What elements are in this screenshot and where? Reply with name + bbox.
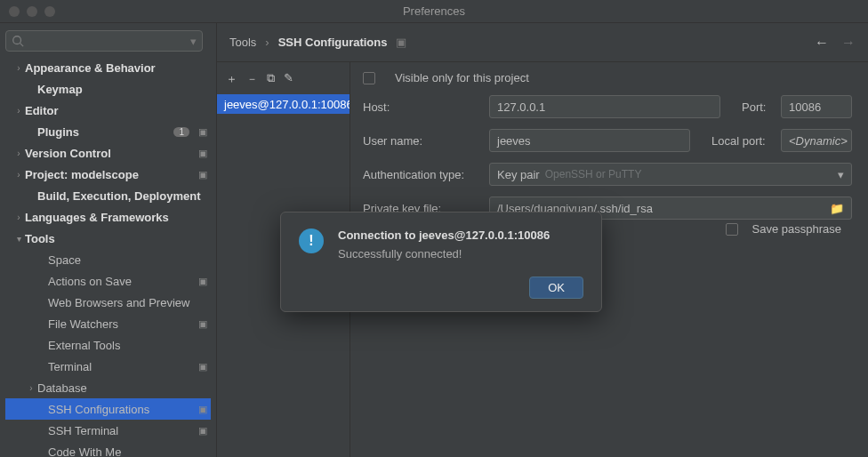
sidebar-item-label: Plugins [37,125,173,139]
sidebar-item-label: Keymap [37,83,207,96]
breadcrumb-root[interactable]: Tools [229,36,256,49]
username-label: User name: [363,134,477,148]
sidebar-item-keymap[interactable]: Keymap [5,78,211,100]
breadcrumb: Tools › SSH Configurations ▣ ← → [217,23,868,62]
sidebar: ▾ ›Appearance & BehaviorKeymap›EditorPlu… [0,23,217,457]
port-input[interactable]: 10086 [781,95,852,118]
save-passphrase-row: Save passphrase [726,222,841,236]
visible-only-label: Visible only for this project [395,71,529,84]
chevron-right-icon: › [12,106,25,116]
sidebar-item-build-execution-deployment[interactable]: Build, Execution, Deployment [5,185,211,206]
ok-button[interactable]: OK [529,277,583,299]
add-button[interactable]: ＋ [226,71,237,87]
dialog-title: Connection to jeeves@127.0.0.1:10086 [338,228,550,242]
search-caret: ▾ [190,35,197,48]
chevron-right-icon: › [12,63,25,73]
localport-input[interactable]: <Dynamic> [781,129,852,152]
host-label: Host: [363,100,477,114]
forward-button[interactable]: → [841,35,856,51]
copy-button[interactable]: ⧉ [267,71,275,87]
project-scope-icon: ▣ [193,361,207,373]
back-button[interactable]: ← [815,35,829,51]
connection-dialog: ! Connection to jeeves@127.0.0.1:10086 S… [280,212,602,312]
close-icon[interactable] [9,6,20,17]
svg-point-0 [13,36,21,44]
auth-label: Authentication type: [363,168,477,181]
edit-button[interactable]: ✎ [284,71,293,87]
chevron-down-icon: ▾ [12,234,25,244]
sidebar-item-label: Version Control [25,147,193,160]
info-icon: ! [299,228,324,253]
project-scope-icon: ▣ [193,318,207,330]
sidebar-item-web-browsers-and-preview[interactable]: Web Browsers and Preview [5,292,211,313]
project-scope-icon: ▣ [193,276,207,287]
auth-type-select[interactable]: Key pairOpenSSH or PuTTY [489,163,852,186]
host-input[interactable]: 127.0.0.1 [489,95,720,118]
sidebar-item-label: File Watchers [48,317,193,331]
remove-button[interactable]: － [246,71,258,87]
sidebar-item-space[interactable]: Space [5,249,211,270]
sidebar-item-database[interactable]: ›Database [5,377,211,398]
titlebar: Preferences [0,0,868,23]
sidebar-item-project-modelscope[interactable]: ›Project: modelscope▣ [5,164,211,185]
sidebar-item-label: Web Browsers and Preview [48,296,207,309]
sidebar-item-ssh-terminal[interactable]: SSH Terminal▣ [5,420,211,441]
sidebar-item-version-control[interactable]: ›Version Control▣ [5,142,211,164]
window-controls[interactable] [9,6,55,17]
chevron-right-icon: › [25,383,37,393]
save-passphrase-checkbox[interactable] [726,223,738,236]
sidebar-item-label: Code With Me [48,445,207,458]
list-item[interactable]: jeeves@127.0.0.1:10086 [217,94,350,114]
port-label: Port: [733,100,768,114]
sidebar-item-label: Space [48,253,207,267]
breadcrumb-current: SSH Configurations [278,36,388,49]
sidebar-item-file-watchers[interactable]: File Watchers▣ [5,313,211,334]
save-passphrase-label: Save passphrase [752,222,841,236]
svg-line-1 [20,44,24,47]
sidebar-item-label: Languages & Frameworks [25,211,207,224]
dialog-message: Successfully connected! [338,247,550,261]
chevron-right-icon: › [12,170,25,180]
window-title: Preferences [403,4,465,18]
project-scope-icon: ▣ [193,126,207,138]
sidebar-item-label: Project: modelscope [25,168,193,181]
visible-only-checkbox[interactable] [363,72,375,84]
sidebar-item-label: Editor [25,104,207,117]
sidebar-item-editor[interactable]: ›Editor [5,100,211,121]
sidebar-item-ssh-configurations[interactable]: SSH Configurations▣ [5,398,211,420]
project-scope-icon: ▣ [396,36,406,49]
badge: 1 [173,127,189,137]
sidebar-item-label: SSH Configurations [48,403,193,416]
search-input[interactable]: ▾ [5,30,203,52]
sidebar-item-label: Build, Execution, Deployment [37,189,207,203]
search-icon [12,35,24,47]
sidebar-item-label: Actions on Save [48,275,193,288]
sidebar-item-external-tools[interactable]: External Tools [5,334,211,356]
minimize-icon[interactable] [27,6,37,17]
sidebar-item-tools[interactable]: ▾Tools [5,228,211,249]
sidebar-item-actions-on-save[interactable]: Actions on Save▣ [5,270,211,292]
sidebar-item-code-with-me[interactable]: Code With Me [5,441,211,457]
chevron-right-icon: › [12,148,25,158]
localport-label: Local port: [703,134,768,148]
chevron-right-icon: › [265,36,269,49]
project-scope-icon: ▣ [193,148,207,159]
sidebar-item-plugins[interactable]: Plugins1▣ [5,121,211,142]
folder-icon[interactable]: 📁 [830,202,844,215]
sidebar-item-terminal[interactable]: Terminal▣ [5,356,211,377]
sidebar-item-label: Database [37,381,207,395]
project-scope-icon: ▣ [193,169,207,180]
sidebar-item-label: Appearance & Behavior [25,61,207,75]
maximize-icon[interactable] [44,6,55,17]
chevron-right-icon: › [12,212,25,222]
project-scope-icon: ▣ [193,404,207,415]
sidebar-item-label: External Tools [48,339,207,352]
sidebar-item-label: Tools [25,232,207,245]
sidebar-item-label: Terminal [48,360,193,373]
sidebar-item-label: SSH Terminal [48,424,193,437]
sidebar-item-languages-frameworks[interactable]: ›Languages & Frameworks [5,206,211,228]
sidebar-item-appearance-behavior[interactable]: ›Appearance & Behavior [5,57,211,78]
username-input[interactable]: jeeves [489,129,690,152]
settings-tree: ›Appearance & BehaviorKeymap›EditorPlugi… [5,57,211,457]
project-scope-icon: ▣ [193,425,207,437]
